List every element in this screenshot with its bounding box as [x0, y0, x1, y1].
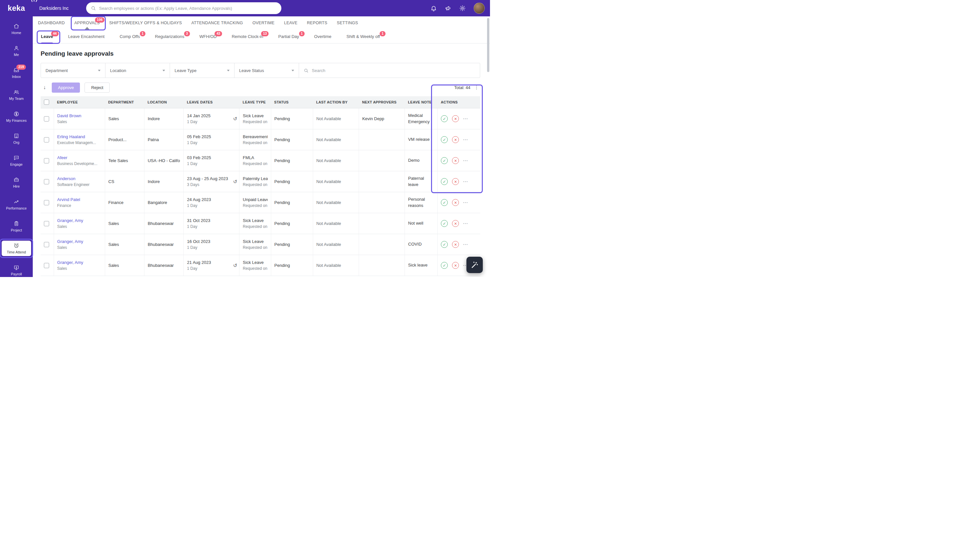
sidebar-item-time-attend[interactable]: Time Attend: [0, 237, 33, 259]
leave-dates: 16 Oct 2023: [187, 239, 236, 244]
department-filter[interactable]: Department: [41, 63, 105, 78]
sidebar-item-inbox[interactable]: 219 Inbox: [0, 62, 33, 84]
bell-icon[interactable]: [430, 5, 437, 11]
reject-row-button[interactable]: ×: [452, 178, 459, 185]
approve-row-button[interactable]: ✓: [441, 136, 448, 143]
reject-row-button[interactable]: ×: [452, 157, 459, 164]
row-more-icon[interactable]: •••: [463, 138, 468, 142]
employee-name-link[interactable]: Erling Haaland: [57, 134, 102, 139]
approve-row-button[interactable]: ✓: [441, 178, 448, 185]
status-cell: Pending: [274, 158, 309, 163]
sidebar-item-label: Me: [14, 53, 19, 57]
reject-button[interactable]: Reject: [84, 83, 110, 93]
employee-name-link[interactable]: Arvind Patel: [57, 197, 102, 202]
tab-attendance-tracking[interactable]: ATTENDANCE TRACKING: [191, 21, 243, 25]
row-checkbox[interactable]: [44, 116, 49, 121]
row-more-icon[interactable]: •••: [463, 117, 468, 121]
leave-status-filter[interactable]: Leave Status: [234, 63, 299, 78]
employee-name-link[interactable]: Afeer: [57, 155, 102, 160]
sidebar-item-home[interactable]: Home: [0, 18, 33, 40]
row-checkbox[interactable]: [44, 179, 49, 184]
location-filter[interactable]: Location: [105, 63, 170, 78]
sidebar-item-my-team[interactable]: My Team: [0, 84, 33, 106]
table-row: Granger, Amy Sales Sales Bhubaneswar 21 …: [41, 255, 480, 276]
last-action-by-cell: Not Available: [316, 221, 355, 226]
sidebar-item-me[interactable]: Me: [0, 40, 33, 62]
reject-row-button[interactable]: ×: [452, 115, 459, 122]
subtab-shift-weekly-off[interactable]: Shift & Weekly off 1: [347, 29, 380, 43]
row-checkbox[interactable]: [44, 263, 49, 268]
row-checkbox[interactable]: [44, 242, 49, 247]
user-avatar[interactable]: [473, 3, 485, 14]
subtab-leave[interactable]: Leave 44: [41, 29, 53, 43]
employee-name-link[interactable]: Granger, Amy: [57, 260, 102, 265]
subtab-wfh-od[interactable]: WFH/OD 43: [199, 29, 217, 43]
table-search-input[interactable]: [312, 68, 475, 73]
subtab-partial-day[interactable]: Partial Day 1: [278, 29, 299, 43]
sort-icon[interactable]: ↓: [43, 84, 46, 91]
row-more-icon[interactable]: •••: [463, 159, 468, 162]
tab-reports[interactable]: REPORTS: [307, 21, 327, 25]
sidebar-item-project[interactable]: Project: [0, 215, 33, 237]
requested-on-label: Requested on: [243, 140, 267, 145]
row-checkbox[interactable]: [44, 221, 49, 226]
sidebar-item-performance[interactable]: Performance: [0, 194, 33, 215]
employee-name-link[interactable]: Anderson: [57, 176, 102, 181]
reject-row-button[interactable]: ×: [452, 136, 459, 143]
kebab-menu-icon[interactable]: ⋮: [474, 85, 479, 90]
global-search-input[interactable]: [99, 6, 277, 11]
row-checkbox[interactable]: [44, 137, 49, 142]
sidebar-item-hire[interactable]: Hire: [0, 172, 33, 194]
reject-row-button[interactable]: ×: [452, 262, 459, 269]
row-checkbox[interactable]: [44, 200, 49, 205]
keka-logo[interactable]: keka: [0, 0, 33, 16]
employee-name-link[interactable]: Granger, Amy: [57, 239, 102, 244]
row-checkbox[interactable]: [44, 158, 49, 163]
row-more-icon[interactable]: •••: [463, 201, 468, 204]
approve-row-button[interactable]: ✓: [441, 199, 448, 206]
employee-role: Sales: [57, 266, 102, 271]
requested-on-label: Requested on: [243, 161, 267, 166]
subtab-remote-clock-in[interactable]: Remote Clock-in 13: [231, 29, 263, 43]
last-action-by-cell: Not Available: [316, 137, 355, 142]
subtab-comp-offs[interactable]: Comp Offs 1: [120, 29, 140, 43]
subtab-leave-encashment[interactable]: Leave Encashment: [68, 29, 105, 43]
select-all-checkbox[interactable]: [44, 100, 49, 105]
sidebar-item-org[interactable]: Org: [0, 128, 33, 150]
approve-row-button[interactable]: ✓: [441, 241, 448, 248]
sidebar-item-label: My Team: [9, 97, 24, 100]
magic-wand-button[interactable]: [467, 257, 483, 273]
employee-name-link[interactable]: David Brown: [57, 113, 102, 118]
row-more-icon[interactable]: •••: [463, 243, 468, 246]
tab-overtime[interactable]: OVERTIME: [253, 21, 274, 25]
subtab-regularizations[interactable]: Regularizations 3: [155, 29, 185, 43]
reject-row-button[interactable]: ×: [452, 241, 459, 248]
approve-row-button[interactable]: ✓: [441, 220, 448, 227]
subtab-overtime[interactable]: Overtime: [314, 29, 331, 43]
reject-row-button[interactable]: ×: [452, 199, 459, 206]
approve-row-button[interactable]: ✓: [441, 115, 448, 122]
leave-note-cell: Demo: [408, 158, 434, 164]
tab-leave[interactable]: LEAVE: [284, 21, 297, 25]
row-more-icon[interactable]: •••: [463, 180, 468, 183]
employee-name-link[interactable]: Granger, Amy: [57, 218, 102, 223]
sidebar-item-payroll[interactable]: Payroll: [0, 259, 33, 277]
global-search[interactable]: [86, 2, 281, 14]
approve-button[interactable]: Approve: [52, 83, 80, 93]
approve-row-button[interactable]: ✓: [441, 157, 448, 164]
reject-row-button[interactable]: ×: [452, 220, 459, 227]
table-search[interactable]: [299, 63, 480, 78]
gear-icon[interactable]: [459, 5, 466, 11]
vertical-scrollbar[interactable]: [487, 18, 489, 72]
chevron-down-icon: [163, 70, 165, 72]
leave-type-filter[interactable]: Leave Type: [170, 63, 234, 78]
approve-row-button[interactable]: ✓: [441, 262, 448, 269]
tab-dashboard[interactable]: DASHBOARD: [38, 21, 65, 25]
row-more-icon[interactable]: •••: [463, 222, 468, 225]
tab-shifts-weekly-offs-holidays[interactable]: SHIFTS/WEEKLY OFFS & HOLIDAYS: [109, 21, 182, 25]
tab-approvals[interactable]: APPROVALS 106: [74, 21, 100, 25]
tab-settings[interactable]: SETTINGS: [337, 21, 358, 25]
sidebar-item-engage[interactable]: Engage: [0, 150, 33, 172]
announcement-icon[interactable]: [445, 5, 451, 11]
sidebar-item-my-finances[interactable]: My Finances: [0, 106, 33, 128]
